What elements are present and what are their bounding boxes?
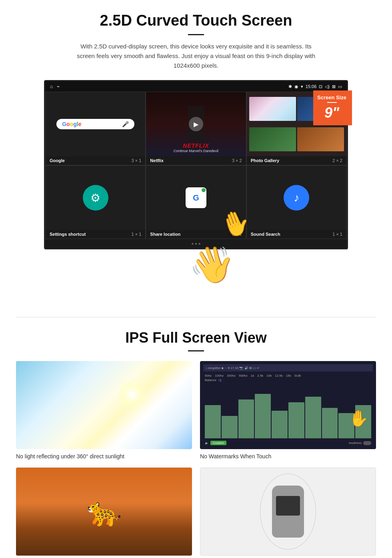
device-container: Screen Size 9" ⌂ ⌁ ✱ ◉ ▾ 15:06 ⊡ ◁) ⊠ xyxy=(44,80,348,249)
status-left: ⌂ ⌁ xyxy=(50,84,60,89)
share-app-name: Share location xyxy=(150,232,180,237)
google-grid-size: 3 × 1 xyxy=(132,158,142,163)
gallery-label: Photo Gallery 2 × 2 xyxy=(247,156,346,165)
google-label: Google 3 × 1 xyxy=(46,156,145,165)
gallery-thumb-1 xyxy=(249,97,296,121)
badge-title: Screen Size xyxy=(317,94,346,100)
eq-bar-6 xyxy=(288,402,304,438)
car-windshield xyxy=(276,496,300,516)
google-logo: Google xyxy=(62,121,81,127)
close-icon[interactable]: ⊠ xyxy=(332,84,336,89)
volume-icon: ◁) xyxy=(325,84,330,89)
share-inner: G 🤚 xyxy=(146,166,246,230)
time-display: 15:06 xyxy=(306,84,317,89)
netflix-app-name: Netflix xyxy=(150,158,164,163)
amplifier-visual: ⌂ Amplifier ■ ··· ▾ 17:33 📷 🔊 ⊠ ▭ ↩ 60hz… xyxy=(200,361,376,449)
features-grid: No light reflecting under 360° direct su… xyxy=(16,361,376,558)
feature-cheetah: 🐆 Super Fast Response xyxy=(16,468,192,558)
netflix-subtitle: Continue Marvel's Daredevil xyxy=(150,149,242,153)
section-ips: IPS Full Screen View No light reflecting… xyxy=(0,317,392,558)
amplifier-caption: No Watermarks When Touch xyxy=(200,453,376,460)
sound-label: Sound Search 1 × 1 xyxy=(247,230,346,239)
status-bar: ⌂ ⌁ ✱ ◉ ▾ 15:06 ⊡ ◁) ⊠ ▭ xyxy=(45,81,347,92)
section1-title: 2.5D Curved Touch Screen xyxy=(24,12,368,29)
custom-button[interactable]: Custom xyxy=(210,441,226,445)
app-cell-settings[interactable]: ⚙ Settings shortcut 1 × 1 xyxy=(45,165,146,239)
sound-inner: ♪ xyxy=(247,166,346,230)
google-inner: Google 🎤 xyxy=(46,92,145,156)
amp-header: ⌂ Amplifier ■ ··· ▾ 17:33 📷 🔊 ⊠ ▭ ↩ xyxy=(203,364,373,371)
eq-bars-container: ✋ xyxy=(203,383,373,440)
hand-touch-icon: ✋ xyxy=(349,409,369,428)
maps-icon: G xyxy=(186,187,206,208)
cheetah-image: 🐆 xyxy=(16,468,192,556)
settings-app-name: Settings shortcut xyxy=(50,232,86,237)
netflix-logo: NETFLIX xyxy=(150,143,242,149)
app-cell-sound[interactable]: ♪ Sound Search 1 × 1 xyxy=(246,165,347,239)
play-button[interactable]: ▶ xyxy=(189,117,203,131)
app-grid-row2: ⚙ Settings shortcut 1 × 1 G xyxy=(45,165,347,239)
car-body xyxy=(272,486,304,538)
home-icon[interactable]: ⌂ xyxy=(50,84,53,89)
section2-underline xyxy=(188,350,204,351)
loudness-toggle[interactable] xyxy=(363,441,371,445)
sunlight-image xyxy=(16,361,192,449)
microphone-icon[interactable]: 🎤 xyxy=(122,121,129,127)
amp-title: ⌂ Amplifier ■ ··· ▾ 17:33 📷 🔊 ⊠ ▭ ↩ xyxy=(206,366,260,370)
amp-freq-labels: 60hz100hz200hz500hz1k2.5k10k12.5k15kSUB xyxy=(203,373,373,378)
gallery-thumb-4 xyxy=(297,127,344,151)
app-cell-netflix[interactable]: ▶ NETFLIX Continue Marvel's Daredevil Ne… xyxy=(146,92,246,165)
amp-controls: Balance◁) xyxy=(203,378,373,383)
amplifier-image: ⌂ Amplifier ■ ··· ▾ 17:33 📷 🔊 ⊠ ▭ ↩ 60hz… xyxy=(200,361,376,449)
feature-car: Large Viewing Angle xyxy=(200,468,376,558)
window-icon: ▭ xyxy=(338,84,342,89)
feature-amplifier: ⌂ Amplifier ■ ··· ▾ 17:33 📷 🔊 ⊠ ▭ ↩ 60hz… xyxy=(200,361,376,460)
eq-bar-5 xyxy=(272,411,288,439)
cheetah-visual: 🐆 xyxy=(16,468,192,556)
bluetooth-icon: ✱ xyxy=(288,84,292,89)
sunlight-visual xyxy=(16,361,192,449)
feature-sunlight: No light reflecting under 360° direct su… xyxy=(16,361,192,460)
app-cell-share[interactable]: G 🤚 Share location 1 × 1 xyxy=(146,165,246,239)
badge-bar xyxy=(327,102,337,103)
settings-inner: ⚙ xyxy=(46,166,145,230)
eq-bar-1 xyxy=(205,405,221,438)
sound-app-name: Sound Search xyxy=(251,232,280,237)
app-cell-google[interactable]: Google 🎤 Google 3 × 1 xyxy=(45,92,146,165)
gallery-app-name: Photo Gallery xyxy=(251,158,280,163)
eq-bar-3 xyxy=(238,399,254,438)
google-search-bar[interactable]: Google 🎤 xyxy=(56,119,134,129)
app-grid-row1: Google 🎤 Google 3 × 1 xyxy=(45,92,347,165)
cheetah-emoji: 🐆 xyxy=(87,496,122,527)
title-underline xyxy=(188,34,204,35)
gallery-grid-size: 2 × 2 xyxy=(332,158,342,163)
section-curved-screen: 2.5D Curved Touch Screen With 2.5D curve… xyxy=(0,0,392,293)
car-image xyxy=(200,468,376,556)
badge-size: 9" xyxy=(317,104,346,121)
wifi-icon: ▾ xyxy=(301,84,303,89)
eq-bar-8 xyxy=(322,408,338,438)
car-visual xyxy=(200,468,376,556)
location-icon: ◉ xyxy=(294,84,298,89)
status-right: ✱ ◉ ▾ 15:06 ⊡ ◁) ⊠ ▭ xyxy=(288,84,342,89)
google-app-name: Google xyxy=(50,158,65,163)
scroll-indicator: ● ● ● xyxy=(45,239,347,248)
screen-size-badge: Screen Size 9" xyxy=(313,90,352,125)
eq-bar-2 xyxy=(222,416,238,438)
settings-label: Settings shortcut 1 × 1 xyxy=(46,230,145,239)
amp-footer: 🔈 Custom loudness xyxy=(203,440,373,446)
settings-grid-size: 1 × 1 xyxy=(132,232,142,237)
sunlight-caption: No light reflecting under 360° direct su… xyxy=(16,453,192,460)
netflix-overlay: NETFLIX Continue Marvel's Daredevil xyxy=(146,139,246,156)
eq-bar-4 xyxy=(255,394,271,438)
netflix-grid-size: 3 × 2 xyxy=(232,158,242,163)
section2-title: IPS Full Screen View xyxy=(16,329,376,346)
eq-bar-7 xyxy=(305,397,321,438)
camera-icon: ⊡ xyxy=(319,84,322,89)
gallery-thumb-3 xyxy=(249,127,296,151)
car-ring xyxy=(260,474,316,550)
cheetah-scene: 🐆 xyxy=(87,495,122,528)
usb-icon: ⌁ xyxy=(57,84,60,89)
device-screen: ⌂ ⌁ ✱ ◉ ▾ 15:06 ⊡ ◁) ⊠ ▭ xyxy=(44,80,348,249)
netflix-label: Netflix 3 × 2 xyxy=(146,156,246,165)
